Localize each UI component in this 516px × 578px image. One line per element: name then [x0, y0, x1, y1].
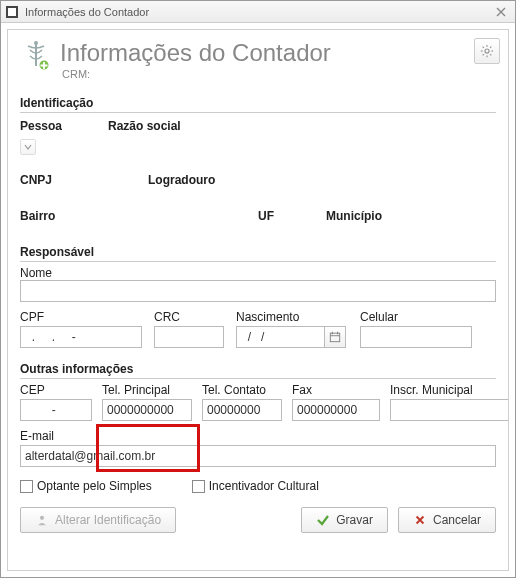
- check-icon: [316, 513, 330, 527]
- label-razao-social: Razão social: [108, 119, 181, 133]
- svg-point-11: [34, 41, 38, 45]
- svg-point-2: [485, 49, 489, 53]
- checkbox-label-incentivador: Incentivador Cultural: [209, 479, 319, 493]
- page-title: Informações do Contador: [60, 40, 331, 66]
- svg-line-7: [483, 47, 484, 48]
- fax-input[interactable]: [292, 399, 380, 421]
- svg-line-8: [490, 54, 491, 55]
- content-panel: Informações do Contador CRM: Identificaç…: [7, 29, 509, 571]
- label-inscr-municipal: Inscr. Municipal: [390, 383, 509, 397]
- header: Informações do Contador CRM:: [20, 40, 496, 80]
- titlebar: Informações do Contador: [1, 1, 515, 23]
- calendar-icon[interactable]: [324, 326, 346, 348]
- cep-input[interactable]: [20, 399, 92, 421]
- page-subtitle: CRM:: [62, 68, 331, 80]
- svg-point-17: [40, 516, 44, 520]
- pessoa-dropdown[interactable]: [20, 139, 36, 155]
- checkbox-label-optante: Optante pelo Simples: [37, 479, 152, 493]
- section-identificacao: Identificação: [20, 96, 496, 113]
- tel-contato-input[interactable]: [202, 399, 282, 421]
- person-icon: [35, 513, 49, 527]
- label-crc: CRC: [154, 310, 224, 324]
- nome-input[interactable]: [20, 280, 496, 302]
- gravar-button[interactable]: Gravar: [301, 507, 388, 533]
- label-celular: Celular: [360, 310, 472, 324]
- label-cnpj: CNPJ: [20, 173, 130, 187]
- svg-line-10: [490, 47, 491, 48]
- label-email: E-mail: [20, 429, 496, 443]
- alterar-label: Alterar Identificação: [55, 513, 161, 527]
- alterar-identificacao-button[interactable]: Alterar Identificação: [20, 507, 176, 533]
- dialog-window: Informações do Contador Informações: [0, 0, 516, 578]
- label-bairro: Bairro: [20, 209, 240, 223]
- label-cpf: CPF: [20, 310, 142, 324]
- settings-button[interactable]: [474, 38, 500, 64]
- cancelar-label: Cancelar: [433, 513, 481, 527]
- inscr-municipal-input[interactable]: [390, 399, 509, 421]
- label-tel-principal: Tel. Principal: [102, 383, 192, 397]
- label-logradouro: Logradouro: [148, 173, 215, 187]
- label-nascimento: Nascimento: [236, 310, 348, 324]
- label-nome: Nome: [20, 266, 496, 280]
- label-tel-contato: Tel. Contato: [202, 383, 282, 397]
- section-responsavel: Responsável: [20, 245, 496, 262]
- label-municipio: Município: [326, 209, 382, 223]
- cancelar-button[interactable]: Cancelar: [398, 507, 496, 533]
- cpf-input[interactable]: [20, 326, 142, 348]
- nascimento-input[interactable]: [236, 326, 324, 348]
- tel-principal-input[interactable]: [102, 399, 192, 421]
- checkbox-incentivador-cultural[interactable]: Incentivador Cultural: [192, 479, 319, 493]
- caduceus-icon: [20, 40, 52, 72]
- svg-rect-1: [8, 8, 16, 16]
- label-uf: UF: [258, 209, 308, 223]
- section-outras: Outras informações: [20, 362, 496, 379]
- celular-input[interactable]: [360, 326, 472, 348]
- close-icon[interactable]: [491, 4, 511, 20]
- window-title: Informações do Contador: [25, 6, 149, 18]
- svg-line-9: [483, 54, 484, 55]
- email-input[interactable]: [20, 445, 496, 467]
- gravar-label: Gravar: [336, 513, 373, 527]
- label-cep: CEP: [20, 383, 92, 397]
- app-icon: [5, 5, 19, 19]
- svg-rect-13: [330, 334, 339, 343]
- checkbox-icon: [20, 480, 33, 493]
- label-fax: Fax: [292, 383, 380, 397]
- cancel-icon: [413, 513, 427, 527]
- label-pessoa: Pessoa: [20, 119, 90, 133]
- checkbox-icon: [192, 480, 205, 493]
- checkbox-optante-simples[interactable]: Optante pelo Simples: [20, 479, 152, 493]
- crc-input[interactable]: [154, 326, 224, 348]
